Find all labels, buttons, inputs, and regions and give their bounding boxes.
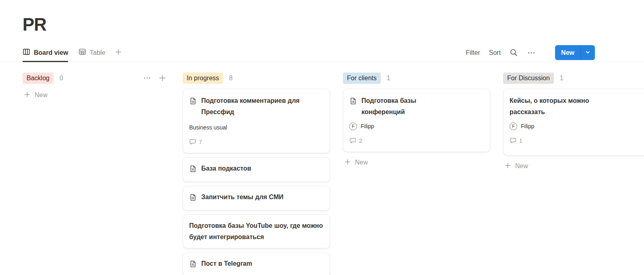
add-card-button[interactable]: New	[23, 89, 170, 102]
column-header: Backlog 0	[23, 73, 170, 84]
chevron-down-icon	[585, 49, 590, 56]
column-more-icon[interactable]	[143, 74, 151, 82]
comment-count: 1	[519, 138, 522, 144]
avatar: F	[510, 123, 517, 130]
card[interactable]: Запитчить темы для СМИ	[183, 186, 330, 210]
comment-count: 7	[199, 139, 202, 145]
card[interactable]: Подготовка базы конференций F Filipp 2	[343, 89, 490, 152]
column-for-clients: For clients 1 Подготовка базы конференци…	[343, 73, 490, 169]
sort-button[interactable]: Sort	[489, 49, 501, 56]
add-card-button[interactable]: New	[503, 160, 644, 173]
table-icon	[78, 48, 86, 57]
document-icon	[349, 97, 357, 118]
column-badge[interactable]: For clients	[343, 73, 381, 84]
page-title: PR	[0, 0, 644, 35]
view-tabbar: Board view Table Filter Sort New	[0, 44, 644, 62]
new-button[interactable]: New	[555, 45, 580, 60]
column-badge[interactable]: In progress	[183, 73, 223, 84]
add-card-label: New	[35, 92, 47, 99]
card-title: Подготовка базы YouTube шоу, где можно б…	[189, 220, 324, 243]
card-title: Подготовка комментариев для Прессфид	[201, 95, 324, 118]
column-count: 0	[60, 75, 63, 82]
tab-label: Board view	[34, 49, 68, 56]
add-card-button[interactable]: New	[343, 156, 490, 169]
column-count: 8	[229, 75, 233, 82]
assignee-name: Filipp	[361, 123, 374, 129]
tab-board-view[interactable]: Board view	[23, 44, 68, 62]
filter-button[interactable]: Filter	[466, 49, 480, 56]
card-comments: 7	[189, 138, 324, 146]
column-count: 1	[387, 75, 390, 82]
document-icon	[189, 165, 197, 176]
plus-icon	[344, 158, 351, 167]
column-badge[interactable]: For Discussion	[503, 73, 554, 84]
card[interactable]: Подготовка базы YouTube шоу, где можно б…	[183, 215, 330, 248]
plus-icon	[23, 91, 31, 100]
search-icon[interactable]	[510, 48, 518, 57]
column-header: For Discussion 1	[503, 73, 644, 84]
document-icon	[189, 260, 197, 271]
board-toolbar: Filter Sort New	[466, 45, 595, 60]
card-property: Business usual	[189, 123, 324, 131]
column-header: In progress 8	[183, 73, 330, 84]
add-card-label: New	[515, 162, 528, 170]
column-backlog: Backlog 0 New	[23, 73, 170, 102]
tab-label: Table	[90, 49, 105, 56]
card-title: Кейсы, о которых можно рассказать	[510, 95, 622, 118]
avatar: F	[349, 123, 357, 130]
new-dropdown-button[interactable]	[580, 45, 595, 60]
card[interactable]: Кейсы, о которых можно рассказать F Fili…	[503, 89, 644, 156]
card-comments: 2	[349, 136, 484, 145]
board-view-icon	[23, 48, 30, 57]
document-icon	[189, 97, 197, 118]
card[interactable]: Пост в Telegram	[183, 252, 330, 275]
comment-bubble-icon	[510, 136, 516, 145]
column-header: For clients 1	[343, 73, 490, 84]
add-card-label: New	[355, 159, 368, 166]
ellipsis-icon[interactable]	[527, 48, 536, 57]
comment-bubble-icon	[349, 136, 356, 145]
column-for-discussion: For Discussion 1 Кейсы, о которых можно …	[503, 73, 644, 173]
plus-icon	[504, 162, 512, 171]
kanban-board: Backlog 0 New In progress 8	[0, 62, 644, 275]
card-title: Подготовка базы конференций	[361, 95, 446, 118]
card-assignee: F Filipp	[349, 123, 484, 130]
card-title: Пост в Telegram	[201, 258, 252, 271]
column-in-progress: In progress 8 Подготовка комментариев дл…	[183, 73, 330, 275]
card-title: База подкастов	[201, 163, 251, 176]
tab-table[interactable]: Table	[78, 44, 105, 62]
column-count: 1	[560, 75, 564, 82]
card-comments: 1	[510, 136, 644, 145]
card[interactable]: База подкастов	[183, 157, 330, 182]
add-view-button[interactable]	[114, 48, 122, 58]
comment-bubble-icon	[189, 138, 196, 146]
card-title: Запитчить темы для СМИ	[201, 192, 283, 205]
assignee-name: Filipp	[521, 123, 534, 129]
new-button-group: New	[555, 45, 595, 60]
column-controls	[143, 74, 170, 82]
card[interactable]: Подготовка комментариев для Прессфид Bus…	[183, 89, 330, 153]
comment-count: 2	[359, 138, 362, 144]
document-icon	[189, 194, 197, 205]
column-add-icon[interactable]	[158, 74, 167, 82]
plus-icon	[114, 48, 122, 58]
card-assignee: F Filipp	[510, 123, 644, 130]
column-badge[interactable]: Backlog	[23, 73, 54, 84]
